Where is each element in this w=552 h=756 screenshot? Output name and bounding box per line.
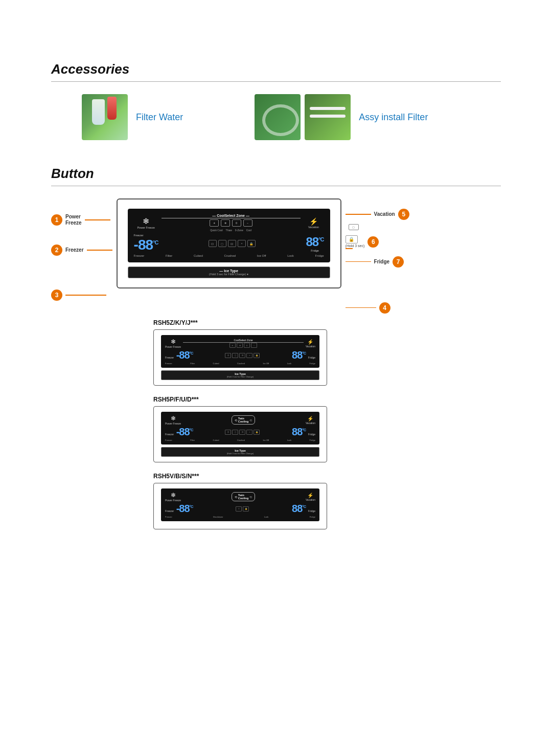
vacation-box: ▢ — [349, 224, 359, 230]
model-rsh5z: RSH5Z/K/Y/J*** ❄ Power Freeze CoolSelect… — [51, 319, 501, 386]
label-2-text: Freezer — [65, 247, 84, 253]
num-5: 5 — [398, 209, 409, 220]
panel-mid-row: Freezer -88°C ⊡ ◻ ⊟ × 🔒 8 — [134, 234, 324, 253]
mini-panel-rsh5z: ❄ Power Freeze CoolSelect Zone ☀ ❄ 0 ~ — [153, 329, 327, 386]
lock-bottom-label: Lock — [287, 254, 294, 257]
mini-twin-p: ⟲ TwinCooling ⟲ — [183, 415, 304, 425]
twin-c-icon2-v: ⟲ — [249, 495, 252, 499]
main-diagram: 1 Power Freeze 2 Freezer 3 — [51, 198, 501, 319]
label-3: 3 — [51, 290, 112, 301]
mini-icon-2: ❄ — [237, 343, 243, 348]
label-4: 4 — [346, 302, 409, 314]
mini-bottom-icons: ⊡ ◻ ⊟ × 🔒 — [225, 353, 260, 358]
accessory-assy-filter: Assy install Filter — [255, 94, 428, 140]
page-content: Accessories Filter Water Assy install Fi… — [0, 0, 552, 581]
mini-labels-row-p: Freezer Filter Cubed Crushed Ice Off Loc… — [165, 439, 315, 441]
mini-fridge-sub-v: Fridge — [310, 516, 315, 518]
labeled-panel: 1 Power Freeze 2 Freezer 3 — [51, 198, 501, 319]
freezer-temp-unit: °C — [153, 239, 158, 246]
mini-vacation-icon-p: ⚡ — [307, 416, 313, 421]
mini-fridge-temp-v: 88°C — [292, 503, 306, 514]
filter-water-image — [82, 94, 128, 140]
mini-filter-sub-p: Filter — [190, 439, 195, 441]
mini-freezer-sub-v: Freezer — [165, 516, 172, 518]
snowflake-icon: ❄ — [143, 216, 149, 226]
mini-vacation-label-p: Vacation — [306, 421, 315, 425]
power-freeze-label: Power Freeze — [137, 226, 154, 229]
hold-label-group: 🔒 (Hold 3 sec) — [346, 235, 365, 249]
button-title: Button — [51, 166, 501, 182]
mini-fridge-text-p: Fridge — [308, 433, 315, 436]
accessories-title: Accessories — [51, 61, 501, 77]
model-rsh5z-title: RSH5Z/K/Y/J*** — [153, 319, 501, 326]
mini-snowflake-v: ❄ — [171, 492, 176, 499]
filter-bottom-label: Filter — [166, 254, 172, 257]
assy-image-2 — [305, 94, 351, 140]
cubed-bottom-label: Cubed — [194, 254, 203, 257]
mini-bottom-rsh5p: Freezer -88°C ⊡ ◻ ⊟ × 🔒 88°C Fridge — [165, 426, 315, 438]
mini-fridge-temp-p: 88°C — [292, 426, 306, 437]
mini-cubed-sub: Cubed — [213, 362, 219, 365]
iceoff-bottom-label: Ice Off — [257, 254, 266, 257]
vacation-text: Vacation — [308, 226, 319, 229]
button-section: Button 1 Power Freeze 2 — [51, 166, 501, 529]
vacation-icon: ⚡ — [309, 217, 318, 226]
mini-lock-sub-v: Lock — [264, 516, 268, 518]
mini-vacation-top: ⚡ Vacation — [306, 339, 315, 348]
mini-ice-box-p: Ice Type (Hold 3 sec for Filter Change) — [161, 447, 319, 457]
mini-vacation-v: ⚡ Vacation — [306, 493, 315, 501]
crushed-bottom-label: Crushed — [224, 254, 236, 257]
mini-freezer-temp: -88°C — [176, 349, 193, 361]
mini-top-rsh5z: ❄ Power Freeze CoolSelect Zone ☀ ❄ 0 ~ — [165, 338, 315, 348]
mini-icon-4: ~ — [251, 343, 257, 348]
mini-vacation-p: ⚡ Vacation — [306, 416, 315, 425]
mini-labels-row-v: Freezer Deodorizer Lock Fridge — [165, 516, 315, 518]
mini-coolselect-label: CoolSelect Zone — [183, 339, 304, 343]
mini-crushed-sub: Crushed — [237, 362, 245, 365]
mini-fridge-col-p: 88°C Fridge — [292, 426, 315, 438]
mini-icons-row: ☀ ❄ 0 ~ — [229, 343, 257, 348]
mini-cubed: ◻ — [232, 353, 238, 358]
mini-vacation-label-v: Vacation — [306, 498, 315, 501]
panel-top-row: ❄ Power Freeze — CoolSelect Zone — ☀ ❄ 0 — [134, 214, 324, 232]
mini-lock-v: 🔒 — [243, 506, 249, 512]
cool-icon: ~ — [243, 219, 252, 227]
mini-lock-sub-p: Lock — [287, 439, 291, 441]
mini-pf-v: ❄ Power Freeze — [165, 492, 181, 502]
mini-power-freeze-label: Power Freeze — [165, 345, 181, 348]
mini-freezer-col: Freezer -88°C — [165, 349, 193, 361]
panel-display: ❄ Power Freeze — CoolSelect Zone — ☀ ❄ 0 — [128, 209, 330, 262]
fridge-temp-unit: °C — [318, 236, 324, 242]
cool-sub: Cool — [246, 229, 251, 232]
0zone-sub: 0-Zone — [235, 229, 243, 232]
filter-water-label: Filter Water — [136, 112, 183, 123]
assy-image-1 — [255, 94, 301, 140]
lock-row: 🔒 — [346, 235, 358, 243]
arrow-line-3 — [65, 295, 106, 296]
arrow-5 — [346, 214, 371, 215]
fridge-section: 88°C Fridge — [306, 235, 324, 252]
mini-freezer-temp-v: -88°C — [176, 503, 193, 514]
accessory-filter-water: Filter Water — [82, 94, 183, 140]
thaw-sub: Thaw — [226, 229, 232, 232]
mini-vacation-icon-v: ⚡ — [307, 493, 313, 498]
quick-cool-icon: ☀ — [210, 219, 219, 227]
mini-freezer-temp-p: -88°C — [176, 426, 193, 437]
fridge-temp: 88°C — [306, 235, 324, 249]
coolselect-area: — CoolSelect Zone — ☀ ❄ 0 ~ Quick Cool T… — [162, 214, 301, 232]
num-4: 4 — [379, 302, 390, 314]
mini-vacation-label: Vacation — [306, 345, 315, 348]
mini-pf-p: ❄ Power Freeze — [165, 415, 181, 425]
mini-filter-p: ⊡ — [225, 430, 231, 435]
quick-cool-sub: Quick Cool — [210, 229, 222, 232]
mini-freezer-text: Freezer — [165, 356, 174, 359]
lock-icon: 🔒 — [247, 240, 256, 247]
mini-iceoff-sub: Ice Off — [263, 362, 269, 365]
ice-off-icon: × — [238, 240, 246, 247]
mini-bottom-icons-v: ≡ 🔒 — [236, 506, 249, 512]
assy-images — [255, 94, 351, 140]
mini-freezer-text-v: Freezer — [165, 509, 174, 513]
mini-crushed-p: ⊟ — [239, 430, 245, 435]
mini-coolselect: CoolSelect Zone ☀ ❄ 0 ~ — [183, 339, 304, 348]
fridge-bottom-label: Fridge — [315, 254, 324, 257]
